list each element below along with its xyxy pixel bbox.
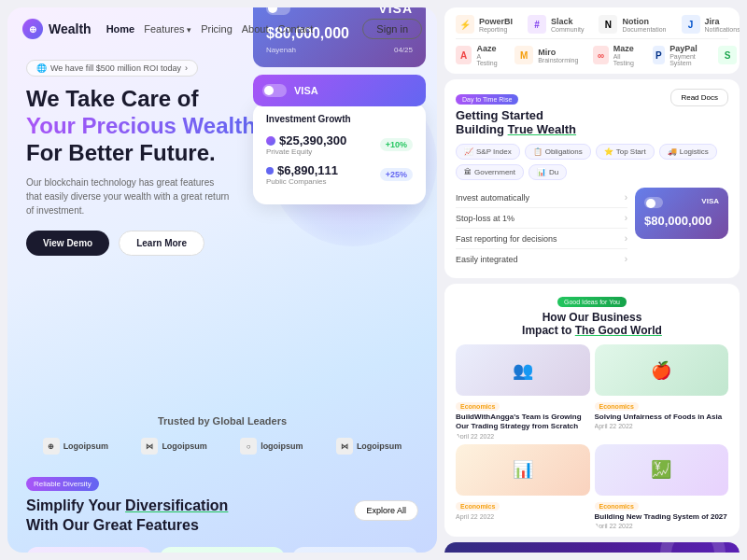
paypal-name: PayPal [669,44,703,53]
explore-all-button[interactable]: Explore All [354,500,418,521]
trusted-logos: ⊕ Logoipsum ⋈ Logoipsum ○ logoipsum ⋈ Lo… [26,438,418,455]
impact-caption-2: Solving Unfairness of Foods in Asia [595,413,729,422]
int-paypal: P PayPalPayment System [653,44,704,66]
gs-item-arrow-3[interactable]: › [625,233,627,244]
impact-img-3: 📊 [456,444,590,496]
view-demo-button[interactable]: View Demo [26,231,109,256]
read-docs-button[interactable]: Read Docs [670,89,728,106]
impact-cat-3: Economics [456,502,500,511]
impact-caption-1: BuildWithAngga's Team is Growing Our Tra… [456,413,590,432]
gs-item-arrow-1[interactable]: › [625,192,627,203]
investment-row-1: $25,390,300 Private Equity +10% [266,133,413,156]
slack-icon: # [528,15,546,34]
visa-toggle-mini[interactable] [262,84,287,97]
gs-items: Invest automatically › Stop-loss at 1% ›… [456,188,728,269]
gs-item-4: Easily integrated › [456,249,627,269]
gs-item-arrow-2[interactable]: › [625,213,627,223]
impact-post-3: 📊 Economics April 22 2022 [456,444,590,529]
ready-section: Ready to Grow Your Wealth Now? Our block… [444,542,740,553]
aaze-name: Aaze [476,44,500,53]
hero-section: 🌐 We have fill $500 million ROI today › … [7,50,437,256]
feature-cards: 🔀 Way More Great Paths We ensure your re… [26,547,418,553]
impact-img-4: 💹 [595,444,729,496]
int-aaze: A AazeA Testing [456,44,500,66]
impact-section: Good Ideas for You How Our Business Impa… [444,284,740,537]
feature-card-3: 🏢 Invested to Big Companies Stable compa… [292,547,418,553]
gs-item-arrow-4[interactable]: › [625,254,627,264]
logo-label-4: Logoipsum [357,441,402,451]
visa-brand-mini: VISA [294,85,318,96]
hero-buttons: View Demo Learn More [26,231,418,256]
gs-tag-obl[interactable]: 📋Obligations [525,144,591,160]
slack-sub: Community [551,26,584,33]
impact-img-1: 👥 [456,344,590,396]
gs-item-label-2: Stop-loss at 1% [456,214,514,223]
integrations-row-2: A AazeA Testing M MiroBrainstorming ∞ Ma… [456,44,728,66]
logo-sym-3: ○ [240,438,257,455]
int-powerbi: ⚡ PowerBIReporting [456,15,513,34]
gs-tag-log[interactable]: 🚚Logistics [659,144,717,160]
jira-name: Jira [705,17,740,26]
learn-more-button[interactable]: Learn More [119,231,204,256]
gs-card-amount: $80,000,000 [644,214,719,228]
maze-sub: All Testing [613,53,638,66]
impact-caption-4: Building New Trading System of 2027 [595,512,729,522]
impact-cat-4: Economics [595,502,639,511]
gs-title: Getting Started Building True Wealth [456,108,576,136]
features-header: Simplify Your Diversification With Our G… [26,497,418,536]
nav-home[interactable]: Home [106,23,135,35]
features-badge: Reliable Diversity [26,477,99,491]
impact-date-2: April 22 2022 [595,423,729,429]
impact-post-4: 💹 Economics Building New Trading System … [595,444,729,529]
gs-card-toggle[interactable] [644,197,663,208]
logo-icon: ⊕ [22,19,43,39]
impact-post-2: 🍎 Economics Solving Unfairness of Foods … [595,344,729,440]
impact-grid: 👥 Economics BuildWithAngga's Team is Gro… [456,344,728,529]
nav-links: Home Features Pricing About Contact [106,23,348,35]
feature-card-1: 🔀 Way More Great Paths We ensure your re… [26,547,152,553]
logo[interactable]: ⊕ Wealth [22,19,92,39]
investment-card: Investment Growth $25,390,300 Private Eq… [253,103,426,204]
gs-list: Invest automatically › Stop-loss at 1% ›… [456,188,627,269]
trusted-section: Trusted by Global Leaders ⊕ Logoipsum ⋈ … [7,400,437,464]
impact-cat-1: Economics [456,402,500,411]
gs-tag-gov[interactable]: 🏛Government [456,164,524,180]
notion-name: Notion [622,17,666,26]
nav-pricing[interactable]: Pricing [201,23,233,35]
gs-item-3: Fast reporting for decisions › [456,229,627,249]
gs-tag-sp[interactable]: 📈S&P Index [456,144,520,160]
int-notion: N NotionDocumentation [599,15,666,34]
aaze-icon: A [456,46,472,64]
nav-contact[interactable]: Contact [278,23,314,35]
paypal-sub: Payment System [669,53,703,66]
brand-name: Wealth [49,21,92,36]
impact-title: How Our Business Impact to The Good Worl… [456,311,728,337]
gs-item-label-1: Invest automatically [456,193,529,203]
features-title: Simplify Your Diversification With Our G… [26,497,228,536]
feature-card-2: 🔒 Keep Yours Alive, Long Last Your wealt… [160,547,286,553]
powerbi-name: PowerBI [479,17,513,26]
miro-icon: M [514,46,533,64]
logo-sym-2: ⋈ [141,438,158,455]
maze-icon: ∞ [593,46,608,64]
right-panel: ⚡ PowerBIReporting # SlackCommunity N No… [444,7,740,553]
nav-features[interactable]: Features [144,23,191,35]
jira-icon: J [682,15,700,34]
gs-tag-du[interactable]: 📊Du [529,164,567,180]
integrations-bar: ⚡ PowerBIReporting # SlackCommunity N No… [444,7,740,74]
nav-about[interactable]: About [242,23,269,35]
shee-icon: S [718,46,737,64]
hero-description: Our blockchain technology has great feat… [26,175,232,217]
signin-button[interactable]: Sign in [362,19,422,39]
impact-date-1: April 22 2022 [456,433,590,440]
int-jira: J JiraNotifications [682,15,740,34]
purple-dot [266,136,275,146]
logo-item-3: ○ logoipsum [240,438,303,455]
aaze-sub: A Testing [476,53,500,66]
ready-decoration [655,542,730,553]
logo-label-1: Logoipsum [63,441,109,451]
gs-tag-top[interactable]: ⭐Top Start [596,144,655,160]
investment-amount-2: $6,890,111 [277,163,338,177]
notion-icon: N [599,15,617,34]
logo-label-3: logoipsum [261,441,303,451]
